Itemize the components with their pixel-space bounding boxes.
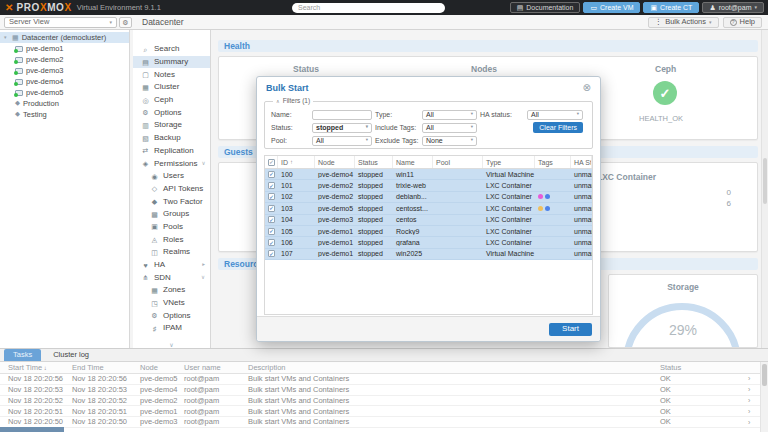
bulk-start-dialog-header[interactable]: Bulk Start ⊗	[257, 77, 600, 99]
menu-item-groups[interactable]: ▩Groups	[133, 208, 210, 221]
close-icon[interactable]: ⊗	[583, 83, 591, 93]
exclude-tags-filter-dropdown[interactable]: None ▾	[422, 136, 477, 146]
row-checkbox[interactable]: ✓	[268, 205, 275, 212]
guest-table-row[interactable]: ✓103pve-demo5stoppedcentosst...LXC Conta…	[265, 203, 592, 214]
guest-table-row[interactable]: ✓107pve-demo1stoppedwin2025Virtual Machi…	[265, 249, 592, 260]
tree-item-pool[interactable]: ◆Production	[0, 98, 129, 109]
tree-item-node[interactable]: pve-demo5	[0, 87, 129, 98]
menu-item-zones[interactable]: ▦Zones	[133, 284, 210, 297]
tree-item-datacenter[interactable]: ▾▦Datacenter (democluster)	[0, 32, 129, 43]
include-tags-filter-dropdown[interactable]: All ▾	[422, 123, 477, 133]
menu-item-ceph[interactable]: ◎Ceph	[133, 94, 210, 107]
log-column-header-start-time[interactable]: Start Time ↓	[8, 364, 72, 372]
menu-item-storage[interactable]: ▥Storage	[133, 119, 210, 132]
log-horizontal-scrollbar-thumb[interactable]	[0, 427, 64, 432]
log-row[interactable]: Nov 18 20:20:52Nov 18 20:20:52pve-demo2r…	[0, 396, 768, 407]
create-ct-button[interactable]: ▣ Create CT	[643, 2, 699, 13]
row-select-cell[interactable]: ✓	[265, 182, 278, 189]
row-select-cell[interactable]: ✓	[265, 171, 278, 178]
menu-item-users[interactable]: ◉Users	[133, 170, 210, 183]
row-select-cell[interactable]: ✓	[265, 228, 278, 235]
column-header-id[interactable]: ID↑	[278, 156, 315, 168]
guest-table-row[interactable]: ✓100pve-demo4stoppedwin11Virtual Machine…	[265, 169, 592, 180]
menu-item-realms[interactable]: ◫Realms	[133, 246, 210, 259]
row-checkbox[interactable]: ✓	[268, 239, 275, 246]
tree-item-node[interactable]: pve-demo4	[0, 76, 129, 87]
menu-item-permissions[interactable]: ◈Permissions∨	[133, 157, 210, 170]
guest-table-row[interactable]: ✓105pve-demo1stoppedRocky9LXC Containeru…	[265, 226, 592, 237]
column-header-node[interactable]: Node	[315, 156, 355, 168]
create-vm-button[interactable]: ▭ Create VM	[583, 2, 640, 13]
row-select-cell[interactable]: ✓	[265, 216, 278, 223]
status-filter-dropdown[interactable]: stopped ▾	[312, 123, 372, 133]
menu-item-notes[interactable]: ▢Notes	[133, 68, 210, 81]
tree-item-pool[interactable]: ◆Testing	[0, 109, 129, 120]
menu-item-vnets[interactable]: ◳VNets	[133, 297, 210, 310]
log-row[interactable]: Nov 18 20:20:56Nov 18 20:20:56pve-demo5r…	[0, 374, 768, 385]
column-header-tags[interactable]: Tags	[535, 156, 571, 168]
row-checkbox[interactable]: ✓	[268, 250, 275, 257]
help-button[interactable]: ? Help	[723, 17, 762, 28]
column-header-status[interactable]: Status	[355, 156, 393, 168]
row-checkbox[interactable]: ✓	[268, 182, 275, 189]
guest-table-row[interactable]: ✓106pve-demo1stoppedgrafanaLXC Container…	[265, 237, 592, 248]
row-checkbox[interactable]: ✓	[268, 193, 275, 200]
log-scrollbar[interactable]	[760, 362, 768, 432]
tree-item-node[interactable]: pve-demo2	[0, 54, 129, 65]
log-column-header-status[interactable]: Status	[660, 364, 748, 372]
user-menu-button[interactable]: ♟ root@pam ▾	[702, 2, 764, 13]
tree-item-node[interactable]: pve-demo3	[0, 65, 129, 76]
log-row[interactable]: Nov 18 20:20:51Nov 18 20:20:51pve-demo1r…	[0, 406, 768, 417]
menu-item-cluster[interactable]: ▦Cluster	[133, 81, 210, 94]
menu-item-api-tokens[interactable]: ◇API Tokens	[133, 183, 210, 196]
tab-tasks[interactable]: Tasks	[4, 349, 41, 361]
menu-item-replication[interactable]: ⇄Replication	[133, 145, 210, 158]
column-header-name[interactable]: Name	[393, 156, 433, 168]
guest-table-row[interactable]: ✓104pve-demo3stoppedcentosLXC Containeru…	[265, 215, 592, 226]
column-header-type[interactable]: Type	[483, 156, 535, 168]
menu-item-summary[interactable]: ▤Summary	[133, 56, 210, 69]
menu-item-pools[interactable]: ▣Pools	[133, 221, 210, 234]
tree-settings-button[interactable]: ⚙	[119, 17, 132, 28]
bulk-actions-button[interactable]: ⋮ Bulk Actions ▾	[648, 17, 719, 28]
log-column-header-end-time[interactable]: End Time	[72, 364, 140, 372]
start-button[interactable]: Start	[549, 323, 592, 336]
guest-table-row[interactable]: ✓102pve-demo2stoppeddebianb...LXC Contai…	[265, 192, 592, 203]
log-column-header-user-name[interactable]: User name	[184, 364, 248, 372]
documentation-button[interactable]: ▤ Documentation	[510, 2, 581, 13]
content-scrollbar[interactable]	[761, 30, 768, 348]
log-column-header-node[interactable]: Node	[140, 364, 184, 372]
menu-item-options[interactable]: ⚙Options	[133, 309, 210, 322]
row-select-cell[interactable]: ✓	[265, 205, 278, 212]
menu-item-ipam[interactable]: ♯IPAM	[133, 322, 210, 335]
select-all-checkbox[interactable]: ✓	[268, 159, 275, 166]
menu-item-roles[interactable]: ◬Roles	[133, 233, 210, 246]
guest-table-row[interactable]: ✓101pve-demo2stoppedtrixie-webLXC Contai…	[265, 180, 592, 191]
row-checkbox[interactable]: ✓	[268, 228, 275, 235]
tab-cluster-log[interactable]: Cluster log	[44, 349, 98, 361]
log-column-header-description[interactable]: Description	[248, 364, 660, 372]
row-select-cell[interactable]: ✓	[265, 239, 278, 246]
menu-item-sdn[interactable]: ⋔SDN∨	[133, 271, 210, 284]
log-scrollbar-thumb[interactable]	[762, 364, 767, 386]
column-header-pool[interactable]: Pool	[433, 156, 483, 168]
pool-filter-dropdown[interactable]: All ▾	[312, 136, 372, 146]
menu-item-search[interactable]: ⌕Search	[133, 43, 210, 56]
row-select-cell[interactable]: ✓	[265, 193, 278, 200]
row-checkbox[interactable]: ✓	[268, 216, 275, 223]
type-filter-dropdown[interactable]: All ▾	[422, 110, 477, 120]
menu-item-two-factor[interactable]: ◆Two Factor	[133, 195, 210, 208]
column-header-ha-status[interactable]: HA Status	[571, 156, 592, 168]
menu-item-backup[interactable]: ▧Backup	[133, 132, 210, 145]
view-selector-dropdown[interactable]: Server View ▾	[4, 17, 117, 28]
global-search-input[interactable]	[292, 3, 445, 13]
menu-item-options[interactable]: ⚙Options	[133, 106, 210, 119]
row-select-cell[interactable]: ✓	[265, 250, 278, 257]
log-row[interactable]: Nov 18 20:20:50Nov 18 20:20:50pve-demo3r…	[0, 417, 768, 428]
name-filter-input[interactable]	[312, 110, 372, 120]
select-all-column-header[interactable]: ✓	[265, 156, 278, 168]
content-scrollbar-thumb[interactable]	[763, 158, 767, 204]
filters-legend[interactable]: ∧ Filters (1)	[273, 98, 313, 105]
clear-filters-button[interactable]: Clear Filters	[533, 122, 583, 133]
row-checkbox[interactable]: ✓	[268, 171, 275, 178]
